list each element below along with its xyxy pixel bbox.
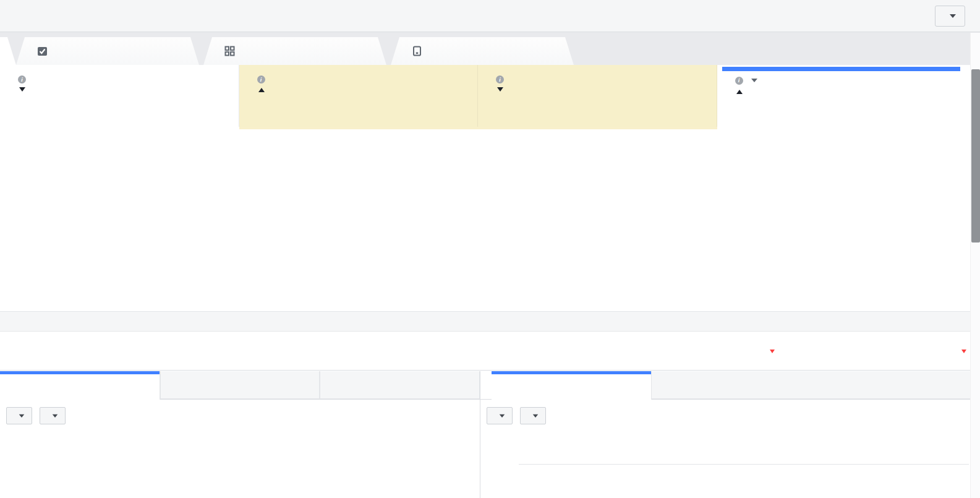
tab-age-and-gender[interactable] <box>0 371 160 400</box>
tab-strip-filler <box>652 371 980 399</box>
hour-tab-strip <box>480 371 980 400</box>
tab-age[interactable] <box>160 371 320 399</box>
age-gender-butterfly-chart[interactable] <box>0 453 480 498</box>
metric-card-frequency[interactable]: i <box>0 65 239 127</box>
breakdown-section <box>0 371 980 498</box>
ads-device-icon <box>412 46 422 56</box>
down-arrow-icon <box>770 350 775 356</box>
tab-gender[interactable] <box>320 371 480 399</box>
level-tab-strip <box>0 32 980 65</box>
performance-chart-section <box>0 127 980 308</box>
metric-change <box>736 89 745 94</box>
metric-card-amount-spent[interactable]: i <box>478 65 717 127</box>
gender-stats <box>0 430 480 434</box>
reach-filter-button[interactable] <box>487 407 513 424</box>
metric-change <box>19 87 28 92</box>
active-tab-wedge <box>0 37 16 65</box>
info-icon[interactable]: i <box>18 75 26 84</box>
tab-ads[interactable] <box>391 37 574 65</box>
tab-hour[interactable] <box>492 371 652 400</box>
table-row[interactable] <box>0 332 980 371</box>
down-arrow-icon <box>961 350 966 356</box>
scrollbar-thumb[interactable] <box>971 69 980 243</box>
age-gender-tab-strip <box>0 371 480 400</box>
ads-manager-screen: i i i <box>0 0 980 498</box>
reach-cell <box>692 346 776 356</box>
info-icon[interactable]: i <box>735 77 743 85</box>
top-bar <box>0 0 980 32</box>
hour-panel <box>480 371 980 498</box>
age-axis-title <box>0 453 480 466</box>
info-icon[interactable]: i <box>257 75 265 84</box>
tab-campaigns[interactable] <box>16 37 199 65</box>
campaigns-check-icon <box>37 46 48 56</box>
metric-change <box>258 87 267 92</box>
amount-spent-filter-button[interactable] <box>40 407 66 424</box>
table-header-row <box>0 311 980 332</box>
info-icon[interactable]: i <box>496 75 504 84</box>
hour-bar-chart[interactable] <box>480 453 980 498</box>
age-gender-panel <box>0 371 480 498</box>
ad-sets-grid-icon <box>224 46 235 56</box>
vertical-scrollbar[interactable] <box>970 33 980 498</box>
amount-spent-cell <box>776 346 968 356</box>
campaign-summary-table <box>0 308 980 371</box>
reach-filter-button[interactable] <box>6 407 32 424</box>
chevron-down-icon[interactable] <box>751 79 757 85</box>
metric-card-purchases-conversion-value[interactable]: i <box>239 65 479 127</box>
metric-card-video-views[interactable]: i <box>717 65 956 127</box>
date-range-selector[interactable] <box>935 6 965 27</box>
metric-cards-row: i i i <box>0 65 980 127</box>
amount-spent-filter-button[interactable] <box>520 407 546 424</box>
chevron-down-icon <box>950 14 956 21</box>
metric-change <box>497 87 506 92</box>
tab-ad-sets[interactable] <box>203 37 386 65</box>
